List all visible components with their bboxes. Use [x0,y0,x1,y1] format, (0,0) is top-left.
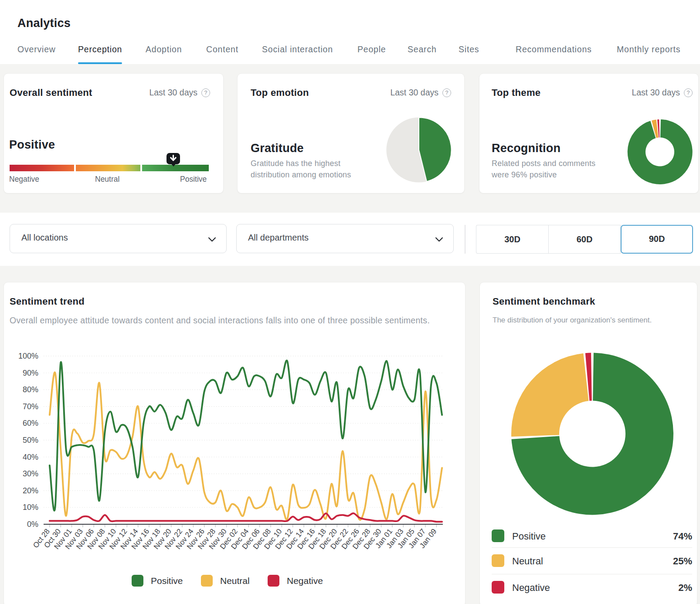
svg-text:0%: 0% [27,520,38,529]
svg-text:40%: 40% [23,453,38,461]
svg-text:10%: 10% [23,503,38,512]
svg-text:60%: 60% [23,419,38,428]
svg-text:90%: 90% [23,369,38,377]
svg-text:80%: 80% [23,385,38,394]
svg-text:70%: 70% [23,402,38,411]
svg-text:50%: 50% [23,436,38,445]
svg-text:20%: 20% [23,486,38,495]
svg-text:30%: 30% [23,469,38,478]
svg-text:100%: 100% [18,352,38,360]
